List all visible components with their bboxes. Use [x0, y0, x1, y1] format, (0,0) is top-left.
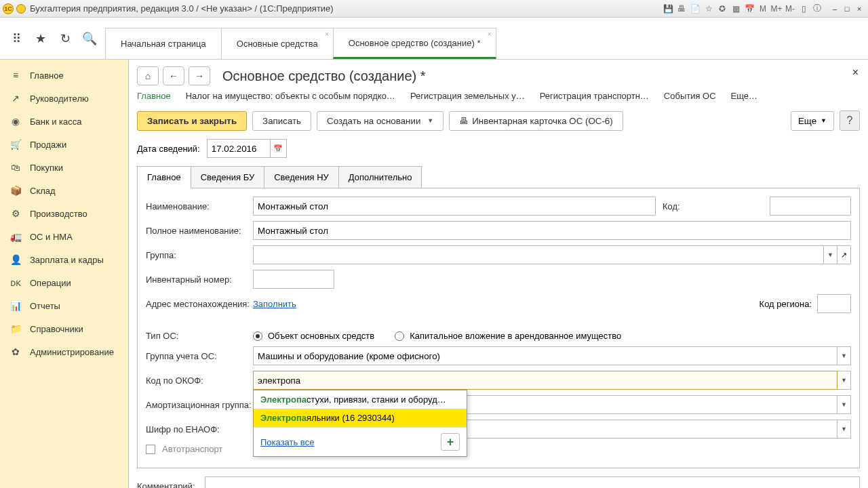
- close-page-button[interactable]: ×: [852, 66, 859, 79]
- folder-icon: 📁: [9, 323, 22, 334]
- maximize-button[interactable]: □: [841, 3, 853, 14]
- sidebar-item-main[interactable]: ≡Главное: [0, 64, 128, 87]
- auto-checkbox[interactable]: [146, 445, 155, 454]
- region-input[interactable]: [817, 294, 851, 313]
- truck-icon: 🚛: [9, 231, 22, 242]
- m-plus-icon[interactable]: M+: [770, 3, 783, 15]
- app-dropdown-icon[interactable]: [16, 4, 26, 14]
- invnum-input[interactable]: [253, 270, 334, 289]
- form-tab-nu[interactable]: Сведения НУ: [264, 166, 339, 188]
- acct-group-label: Группа учета ОС:: [146, 351, 253, 361]
- m-minus-icon[interactable]: M-: [784, 3, 796, 15]
- name-label: Наименование:: [146, 201, 253, 211]
- enaof-label: Шифр по ЕНАОФ:: [146, 424, 253, 434]
- dropdown-button[interactable]: ▼: [837, 395, 851, 414]
- apps-icon[interactable]: ⠿: [5, 28, 27, 49]
- minimize-button[interactable]: –: [829, 3, 841, 14]
- close-icon[interactable]: ×: [325, 30, 329, 38]
- bag-icon: 🛍: [9, 162, 22, 173]
- action-bar: Записать и закрыть Записать Создать на о…: [137, 110, 860, 131]
- sidebar-item-payroll[interactable]: 👤Зарплата и кадры: [0, 248, 128, 271]
- star-icon[interactable]: ☆: [703, 3, 715, 15]
- history-icon[interactable]: ↻: [54, 28, 76, 49]
- dropdown-button[interactable]: ▼: [837, 371, 851, 390]
- date-input[interactable]: [207, 139, 271, 158]
- add-button[interactable]: +: [441, 433, 460, 451]
- type-label: Тип ОС:: [146, 331, 253, 341]
- create-based-button[interactable]: Создать на основании: [317, 111, 443, 131]
- okof-input[interactable]: [253, 371, 837, 390]
- sidebar-item-bank[interactable]: ◉Банк и касса: [0, 110, 128, 133]
- section-land[interactable]: Регистрация земельных у…: [410, 91, 525, 101]
- sidebar-item-warehouse[interactable]: 📦Склад: [0, 179, 128, 202]
- save-close-button[interactable]: Записать и закрыть: [137, 111, 247, 131]
- tab-assets[interactable]: Основные средства×: [221, 28, 334, 59]
- section-more[interactable]: Еще…: [731, 91, 757, 101]
- open-button[interactable]: ↗: [837, 245, 851, 264]
- sidebar-item-sales[interactable]: 🛒Продажи: [0, 133, 128, 156]
- auto-label: Автотранспорт: [162, 444, 222, 454]
- sidebar-item-admin[interactable]: ✿Администрирование: [0, 340, 128, 363]
- radio-icon: [253, 331, 262, 341]
- section-tax[interactable]: Налог на имущество: объекты с особым пор…: [186, 91, 395, 101]
- box-icon: 📦: [9, 185, 22, 196]
- fill-address-link[interactable]: Заполнить: [253, 299, 296, 309]
- m-icon[interactable]: M: [757, 3, 769, 15]
- more-button[interactable]: Еще▼: [791, 111, 834, 131]
- tab-asset-create[interactable]: Основное средство (создание) *×: [333, 28, 496, 59]
- page-header: ⌂ ← → Основное средство (создание) *: [137, 66, 860, 85]
- doc-icon[interactable]: 📄: [689, 3, 701, 15]
- type-radio-capital[interactable]: Капитальное вложение в арендованное имущ…: [395, 331, 621, 341]
- close-button[interactable]: ×: [853, 3, 865, 14]
- close-icon[interactable]: ×: [488, 30, 492, 38]
- autocomplete-item[interactable]: Электропастухи, привязи, станки и оборуд…: [254, 390, 467, 409]
- form-tab-bu[interactable]: Сведения БУ: [191, 166, 265, 188]
- help-button[interactable]: ?: [840, 110, 860, 131]
- section-transport[interactable]: Регистрация транспортн…: [540, 91, 649, 101]
- save-icon[interactable]: 💾: [662, 3, 674, 15]
- window-buttons: – □ ×: [829, 3, 865, 14]
- comment-input[interactable]: [205, 476, 860, 488]
- tools-icon: ✿: [9, 346, 22, 357]
- forward-button[interactable]: →: [189, 66, 210, 85]
- sidebar-item-production[interactable]: ⚙Производство: [0, 202, 128, 225]
- dropdown-button[interactable]: ▼: [824, 245, 837, 264]
- tab-home[interactable]: Начальная страница: [105, 28, 222, 59]
- fullname-input[interactable]: [253, 221, 851, 240]
- back-button[interactable]: ←: [163, 66, 184, 85]
- calendar-icon[interactable]: 📅: [743, 3, 755, 15]
- name-input[interactable]: [253, 197, 656, 216]
- section-main[interactable]: Главное: [137, 91, 171, 101]
- save-button[interactable]: Записать: [252, 111, 311, 131]
- fav-icon[interactable]: ✪: [716, 3, 728, 15]
- acct-group-input[interactable]: [253, 346, 837, 365]
- form-tab-main[interactable]: Главное: [137, 166, 191, 188]
- dropdown-button[interactable]: ▼: [837, 420, 851, 439]
- inventory-card-button[interactable]: 🖶Инвентарная карточка ОС (ОС-6): [449, 111, 623, 131]
- panel-icon[interactable]: ▯: [797, 3, 810, 15]
- home-button[interactable]: ⌂: [137, 66, 159, 85]
- sidebar-item-operations[interactable]: ᴅᴋОперации: [0, 271, 128, 294]
- star-nav-icon[interactable]: ★: [30, 28, 52, 49]
- form-tab-extra[interactable]: Дополнительно: [338, 166, 422, 188]
- print-icon[interactable]: 🖶: [675, 3, 688, 15]
- search-icon[interactable]: 🔍: [79, 28, 100, 49]
- info-icon[interactable]: ⓘ: [811, 3, 823, 15]
- code-input[interactable]: [770, 197, 851, 216]
- sidebar-item-purchases[interactable]: 🛍Покупки: [0, 156, 128, 179]
- autocomplete-item-selected[interactable]: Электропаяльники (16 2930344): [254, 409, 467, 427]
- group-input[interactable]: [253, 245, 824, 264]
- calc-icon[interactable]: ▦: [730, 3, 742, 15]
- dropdown-button[interactable]: ▼: [837, 346, 851, 365]
- content: × ⌂ ← → Основное средство (создание) * Г…: [129, 60, 868, 488]
- sidebar-item-reports[interactable]: 📊Отчеты: [0, 294, 128, 317]
- section-events[interactable]: События ОС: [664, 91, 716, 101]
- type-radio-object[interactable]: Объект основных средств: [253, 331, 374, 341]
- sidebar-item-manager[interactable]: ↗Руководителю: [0, 87, 128, 110]
- calendar-button[interactable]: 📅: [271, 139, 287, 158]
- address-label: Адрес местонахождения:: [146, 299, 253, 309]
- region-label: Код региона:: [760, 299, 812, 309]
- sidebar-item-assets[interactable]: 🚛ОС и НМА: [0, 225, 128, 248]
- sidebar-item-catalogs[interactable]: 📁Справочники: [0, 317, 128, 340]
- show-all-link[interactable]: Показать все: [260, 437, 314, 447]
